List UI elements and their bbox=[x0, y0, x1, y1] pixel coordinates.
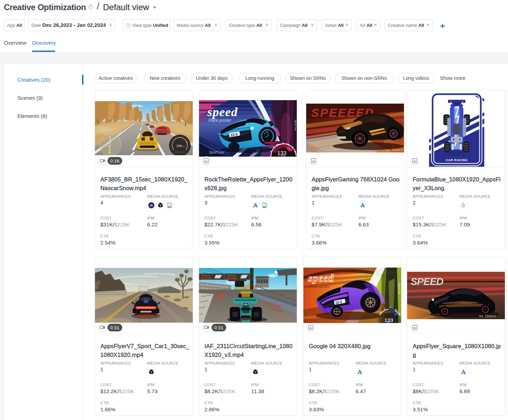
svg-text:speed: speed bbox=[207, 105, 238, 119]
svg-text:Sport car: Sport car bbox=[294, 120, 297, 131]
svg-text:iS: iS bbox=[150, 204, 153, 207]
svg-text:RACING: RACING bbox=[227, 277, 237, 279]
svg-text:A: A bbox=[107, 144, 109, 148]
svg-text:A: A bbox=[107, 141, 109, 144]
svg-text:Race poster: Race poster bbox=[208, 118, 231, 123]
svg-text:no limits: no limits bbox=[479, 315, 496, 318]
svg-text:133: 133 bbox=[277, 150, 287, 156]
svg-text:SPEED: SPEED bbox=[411, 276, 443, 287]
svg-text:CAR RACING: CAR RACING bbox=[446, 158, 468, 162]
svg-text:SPEED: SPEED bbox=[227, 275, 236, 277]
svg-text:no limits: no limits bbox=[386, 149, 403, 152]
svg-text:speed: speed bbox=[308, 272, 334, 284]
svg-text:6: 6 bbox=[183, 145, 184, 148]
svg-text:198: 198 bbox=[176, 144, 182, 148]
svg-text:Sport car: Sport car bbox=[398, 283, 401, 294]
svg-text:Sport car: Sport car bbox=[209, 150, 225, 154]
svg-text:Race poster: Race poster bbox=[309, 284, 330, 288]
svg-text:SPEED: SPEED bbox=[201, 275, 210, 277]
svg-text:RACING: RACING bbox=[201, 277, 211, 279]
